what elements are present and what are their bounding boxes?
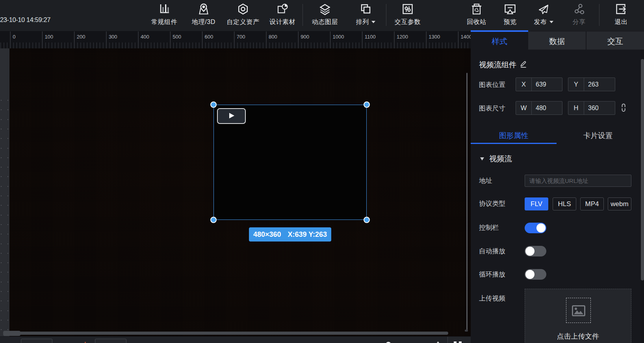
svg-text:500: 500 [173,34,181,40]
svg-text:1100: 1100 [365,34,376,40]
svg-text:1200: 1200 [397,34,408,40]
svg-text:0: 0 [13,34,15,40]
svg-text:1300: 1300 [429,34,440,40]
svg-text:800: 800 [269,34,277,40]
svg-text:100: 100 [45,34,53,40]
svg-text:400: 400 [141,34,149,40]
svg-text:1400: 1400 [460,34,471,40]
svg-text:900: 900 [301,34,309,40]
svg-text:700: 700 [237,34,245,40]
svg-text:1000: 1000 [333,34,344,40]
svg-text:600: 600 [205,34,213,40]
svg-text:200: 200 [77,34,85,40]
svg-text:300: 300 [109,34,117,40]
